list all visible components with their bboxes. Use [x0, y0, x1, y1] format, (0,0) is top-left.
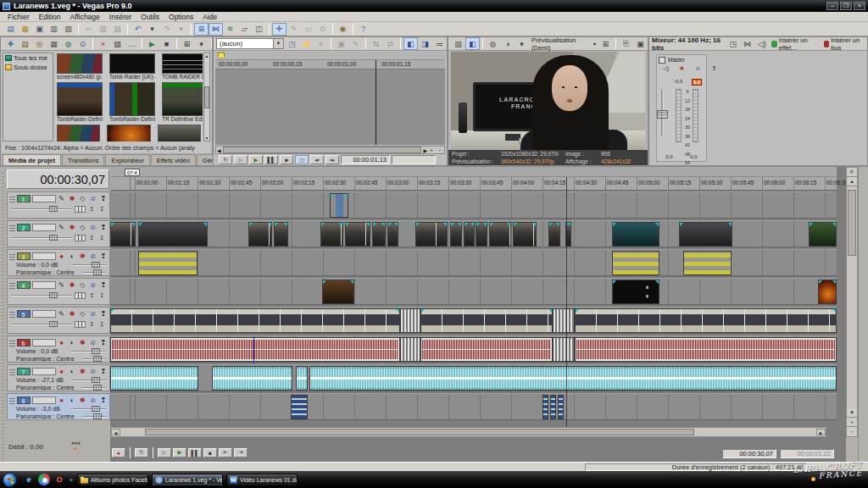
trimmer-time-display[interactable]: 00:00:01,13 [341, 155, 390, 164]
media-scrollbar-thumb[interactable] [204, 86, 209, 108]
redo-dropdown[interactable]: ▾ [174, 23, 188, 36]
timeline-clip[interactable] [450, 222, 462, 247]
record-button[interactable]: ● [112, 448, 125, 458]
media-thumbnail[interactable] [107, 125, 150, 141]
media-thumbnail[interactable] [109, 82, 155, 116]
track-level-slider[interactable] [11, 208, 72, 210]
zoom-edit-tool-button[interactable]: ⊙ [315, 23, 330, 36]
pan-slider[interactable] [82, 387, 106, 389]
track-name-field[interactable] [32, 281, 56, 289]
slider-knob[interactable] [49, 235, 58, 241]
timeline-marker-bar[interactable]: 07:4 [110, 167, 837, 177]
transfer-left-button[interactable]: ⇆ [369, 37, 383, 50]
track-drag-handle[interactable] [9, 225, 15, 231]
media-item[interactable] [158, 125, 201, 141]
track-zoom-out-button[interactable]: − [847, 427, 857, 436]
track-lane-6[interactable] [110, 336, 837, 363]
video-output-fx-button[interactable]: ◍ [486, 37, 500, 50]
taskbar-button[interactable]: Albums photos Facebook [77, 474, 148, 486]
record-arm-icon[interactable]: ● [58, 367, 66, 376]
project-properties-button[interactable]: ▧ [61, 23, 75, 36]
timeline-clip[interactable] [612, 280, 659, 304]
ignore-grouping-button[interactable]: ◫ [252, 23, 266, 36]
insert-fx-icon[interactable]: ✱ [78, 252, 86, 261]
taskbar-button[interactable]: WVidéo Laranews 01.do... [226, 474, 298, 486]
close-button[interactable]: × [854, 2, 865, 10]
trimmer-ruler[interactable]: 00:00:00,0000:00:00,1500:00:01,0000:00:0… [215, 60, 445, 69]
split-screen-button[interactable]: ◑ [500, 37, 515, 50]
trimmer-duration-display[interactable] [392, 155, 436, 164]
volume-slider[interactable] [71, 380, 106, 381]
insert-fx-icon[interactable]: ✱ [78, 338, 86, 347]
track-number-badge[interactable]: 8 [17, 396, 31, 404]
track-header-1[interactable]: 1✎✱◇⊘❢↥↧ [7, 191, 110, 219]
play-button[interactable]: ▶ [249, 155, 263, 164]
track-header-5[interactable]: 5✎✱◇⊘❢↥↧ [7, 307, 110, 334]
track-lane-4[interactable] [110, 278, 837, 305]
timeline-content[interactable]: 07:4 00:01:0000:01:1500:01:3000:01:4500:… [110, 167, 846, 462]
render-as-button[interactable]: ▥ [47, 23, 61, 36]
undo-button[interactable]: ↶ [131, 23, 145, 36]
parent-track-icon[interactable]: ↥ [88, 321, 96, 328]
media-thumbnail[interactable] [109, 53, 155, 74]
record-arm-icon[interactable]: ● [58, 252, 66, 261]
whats-this-help-button[interactable]: ? [356, 23, 370, 36]
timeline-clip[interactable] [322, 280, 354, 304]
track-mute-icon[interactable]: ⊘ [88, 367, 97, 376]
media-thumbnail[interactable] [162, 53, 203, 74]
hscrollbar-thumb[interactable] [145, 429, 694, 435]
go-to-end-button[interactable]: ⇥ [234, 448, 248, 458]
preview-on-external-monitor-button[interactable]: ◧ [465, 37, 480, 50]
maximize-button[interactable]: ❐ [840, 2, 852, 10]
save-markers-button[interactable]: ▣ [334, 37, 348, 50]
tree-item-0[interactable]: Tous les mé [3, 53, 53, 63]
chevron-down-icon[interactable]: ▼ [273, 39, 283, 48]
track-name-field[interactable] [32, 368, 56, 375]
overlay-grid-button[interactable]: ⊞ [598, 37, 613, 50]
selection-end-display[interactable]: 00:00:01,22 [780, 449, 834, 458]
taskbar-button[interactable]: Laranews 1.veg * - Ve... [152, 474, 223, 486]
timeline-clip[interactable] [296, 366, 308, 391]
timeline-clip[interactable] [683, 251, 732, 275]
parent-track-icon[interactable]: ↥ [88, 292, 96, 299]
parent-track-icon[interactable]: ↥ [88, 235, 96, 241]
trimmer-playhead[interactable] [376, 60, 376, 145]
audio-monitor-button[interactable]: ◨ [418, 37, 432, 50]
quicklaunch-overflow-icon[interactable]: » [70, 477, 73, 483]
record-arm-icon[interactable]: ● [58, 396, 66, 405]
phase-icon[interactable]: ◐ [68, 252, 76, 261]
start-button[interactable] [3, 473, 17, 487]
play-button[interactable]: ▶ [173, 448, 186, 458]
pan-slider[interactable] [82, 272, 106, 274]
timeline-clip[interactable] [248, 222, 272, 247]
preview-quality-dropdown[interactable]: Prévisualisation (Demi) ▾ [529, 36, 598, 52]
transfer-right-button[interactable]: ⇄ [383, 37, 398, 50]
pan-slider[interactable] [82, 416, 106, 418]
slider-knob[interactable] [93, 269, 102, 275]
edit-markers-button[interactable]: ✎ [348, 37, 363, 50]
ie-quicklaunch-icon[interactable]: e [23, 474, 35, 485]
copy-snapshot-button[interactable]: ⎘ [619, 37, 633, 50]
phase-icon[interactable]: ◐ [68, 396, 76, 405]
preview-video-canvas[interactable]: LARACROFT FRANCE [451, 52, 645, 152]
scroll-down-icon[interactable]: ▼ [847, 408, 857, 418]
remove-from-history-button[interactable]: × [314, 37, 328, 50]
more-button[interactable]: … [125, 37, 139, 50]
track-level-slider[interactable] [11, 295, 72, 297]
slider-knob[interactable] [92, 348, 100, 354]
master-solo-icon[interactable]: ❢ [707, 64, 721, 72]
timeline-clip[interactable] [809, 222, 837, 247]
timeline-clip[interactable] [612, 251, 659, 275]
slider-knob[interactable] [49, 321, 58, 327]
track-solo-icon[interactable]: ❢ [99, 252, 108, 261]
track-name-field[interactable] [32, 339, 56, 347]
track-mute-icon[interactable]: ⊘ [88, 309, 97, 319]
lock-envelopes-button[interactable]: ▱ [237, 23, 252, 36]
views-dropdown[interactable]: ▾ [194, 37, 209, 50]
mute-output-button[interactable]: ◁) [754, 37, 769, 50]
track-drag-handle[interactable] [9, 397, 15, 404]
timeline-clip[interactable] [612, 222, 659, 247]
vscrollbar-thumb[interactable] [848, 190, 856, 256]
media-thumbnail[interactable] [158, 125, 201, 141]
scroll-up-icon[interactable]: ▲ [847, 177, 857, 186]
